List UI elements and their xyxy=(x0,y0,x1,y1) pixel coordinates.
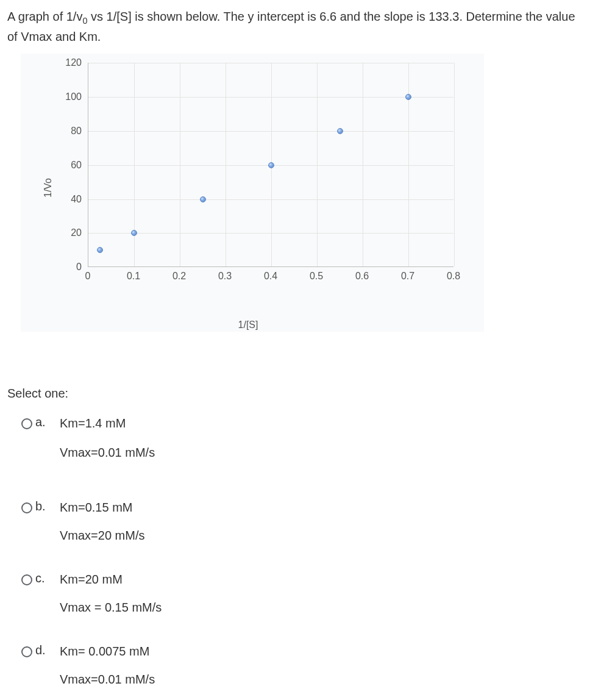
x-tick-label: 0.7 xyxy=(401,271,414,282)
option-a-line2: Vmax=0.01 mM/s xyxy=(60,443,583,462)
data-point xyxy=(97,247,103,253)
option-b-line2: Vmax=20 mM/s xyxy=(60,526,583,545)
y-tick-label: 0 xyxy=(27,262,82,273)
select-prompt: Select one: xyxy=(7,387,583,401)
option-letter: c. xyxy=(35,570,60,585)
data-point xyxy=(200,196,206,202)
option-d-line1: Km= 0.0075 mM xyxy=(60,642,583,660)
gridline-v xyxy=(226,63,226,266)
x-tick-label: 0 xyxy=(85,271,91,282)
radio-d[interactable] xyxy=(21,646,32,657)
option-letter: b. xyxy=(35,498,60,513)
x-axis-label: 1/[S] xyxy=(27,316,469,330)
question-pre: A graph of 1/v xyxy=(7,10,82,23)
question-text: A graph of 1/v0 vs 1/[S] is shown below.… xyxy=(7,7,583,46)
x-tick-label: 0.5 xyxy=(310,271,323,282)
y-tick-label: 120 xyxy=(27,57,82,68)
radio-c[interactable] xyxy=(21,574,32,585)
x-tick-label: 0.2 xyxy=(172,271,186,282)
option-c[interactable]: c. Km=20 mM Vmax = 0.15 mM/s xyxy=(18,570,583,626)
x-tick-label: 0.1 xyxy=(127,271,140,282)
chart: 1/Vo 02040608010012000.10.20.30.40.50.60… xyxy=(27,60,466,316)
y-tick-label: 100 xyxy=(27,91,82,102)
data-point xyxy=(405,94,411,100)
option-d-line2: Vmax=0.01 mM/s xyxy=(60,670,583,688)
data-point xyxy=(131,230,137,236)
y-tick-label: 80 xyxy=(27,126,82,137)
y-tick-label: 40 xyxy=(27,194,82,205)
y-tick-label: 60 xyxy=(27,160,82,171)
option-b[interactable]: b. Km=0.15 mM Vmax=20 mM/s xyxy=(18,498,583,554)
plot-area xyxy=(88,63,453,267)
gridline-v xyxy=(180,63,180,266)
radio-b[interactable] xyxy=(21,502,32,513)
gridline-v xyxy=(317,63,318,266)
question-mid: vs 1/[S] is shown below. The y intercept… xyxy=(7,10,575,43)
x-tick-label: 0.3 xyxy=(218,271,232,282)
option-a[interactable]: a. Km=1.4 mM Vmax=0.01 mM/s xyxy=(18,414,583,473)
option-d[interactable]: d. Km= 0.0075 mM Vmax=0.01 mM/s xyxy=(18,642,583,698)
gridline-v xyxy=(454,63,455,266)
y-tick-label: 20 xyxy=(27,227,82,238)
gridline-v xyxy=(363,63,363,266)
data-point xyxy=(337,128,343,134)
options-list: a. Km=1.4 mM Vmax=0.01 mM/s b. Km=0.15 m… xyxy=(7,414,583,698)
option-b-line1: Km=0.15 mM xyxy=(60,498,583,516)
option-a-line1: Km=1.4 mM xyxy=(60,414,583,432)
x-tick-label: 0.8 xyxy=(447,271,460,282)
data-point xyxy=(268,162,274,168)
option-c-line2: Vmax = 0.15 mM/s xyxy=(60,598,583,616)
radio-a[interactable] xyxy=(21,418,32,429)
option-c-line1: Km=20 mM xyxy=(60,570,583,588)
x-tick-label: 0.4 xyxy=(264,271,277,282)
x-tick-label: 0.6 xyxy=(355,271,369,282)
chart-container: 1/Vo 02040608010012000.10.20.30.40.50.60… xyxy=(21,54,484,332)
option-letter: a. xyxy=(35,414,60,429)
option-letter: d. xyxy=(35,642,60,657)
